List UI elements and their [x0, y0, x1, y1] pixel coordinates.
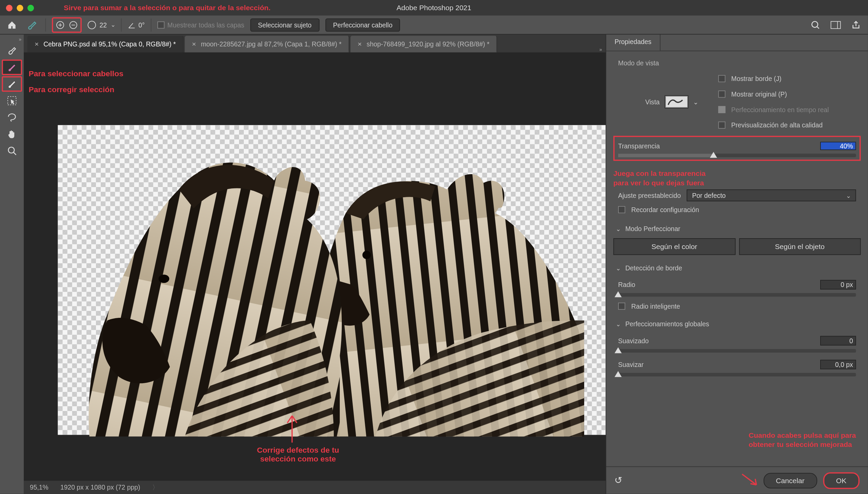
- slider-thumb-icon[interactable]: [614, 291, 622, 298]
- annotation-fix-tool: Para corregir selección: [29, 85, 114, 94]
- refine-hair-brush-tool[interactable]: [2, 60, 22, 75]
- angle-value: 0°: [138, 21, 145, 28]
- add-to-selection-button[interactable]: [54, 19, 67, 31]
- options-bar: 22 ⌄ 0° Muestrear todas las capas Selecc…: [0, 16, 868, 35]
- annotation-hair-tool: Para seleccionar cabellos: [29, 69, 123, 78]
- home-icon[interactable]: [5, 18, 19, 32]
- chevron-down-icon[interactable]: ⌄: [693, 98, 700, 106]
- select-subject-button[interactable]: Seleccionar sujeto: [250, 18, 319, 32]
- brush-size-control[interactable]: 22 ⌄: [88, 21, 115, 29]
- properties-tab[interactable]: Propiedades: [606, 35, 661, 51]
- slider-thumb-icon[interactable]: [614, 347, 622, 354]
- lasso-tool[interactable]: [2, 110, 22, 125]
- close-tab-icon[interactable]: ×: [192, 40, 196, 49]
- annotation-ok: Cuando acabes pulsa aquí para obtener tu…: [749, 431, 856, 450]
- tab-label: Cebra PNG.psd al 95,1% (Capa 0, RGB/8#) …: [43, 41, 176, 48]
- cancel-button[interactable]: Cancelar: [763, 473, 817, 488]
- sample-all-layers-label: Muestrear todas las capas: [167, 21, 244, 28]
- chevron-down-icon: ⌄: [111, 21, 115, 28]
- checkbox-icon: [157, 21, 164, 28]
- chevron-down-icon: ⌄: [616, 225, 621, 232]
- global-refinements-section[interactable]: ⌄ Perfeccionamientos globales: [613, 317, 861, 331]
- radius-value[interactable]: 0 px: [820, 280, 856, 289]
- workspace-icon[interactable]: [829, 18, 843, 32]
- brush-tool-icon[interactable]: [25, 18, 39, 32]
- minimize-window-icon[interactable]: [17, 4, 23, 11]
- annotation-top: Sirve para sumar a la selección o para q…: [64, 4, 271, 12]
- feather-label: Suavizar: [618, 361, 644, 368]
- smooth-value[interactable]: 0: [820, 336, 856, 346]
- sample-all-layers-checkbox[interactable]: Muestrear todas las capas: [157, 21, 244, 28]
- zoom-level[interactable]: 95,1%: [30, 483, 49, 491]
- hand-tool[interactable]: [2, 126, 22, 142]
- brush-preview-icon: [88, 21, 96, 29]
- document-tab[interactable]: × shop-768499_1920.jpg al 92% (RGB/8#) *: [351, 36, 497, 52]
- refine-hair-button[interactable]: Perfeccionar cabello: [325, 18, 400, 32]
- panel-content: Modo de vista Vista ⌄ Mostrar borde (J) …: [606, 51, 868, 466]
- separator: [121, 18, 122, 32]
- slider-thumb-icon[interactable]: [710, 152, 717, 158]
- window-controls: [6, 4, 34, 11]
- refine-mode-section[interactable]: ⌄ Modo Perfeccionar: [613, 222, 861, 236]
- chevron-down-icon: ⌄: [616, 321, 621, 327]
- app-title: Adobe Photoshop 2021: [397, 4, 472, 12]
- radius-label: Radio: [618, 281, 635, 288]
- transparency-slider[interactable]: [618, 154, 856, 157]
- object-select-tool[interactable]: [2, 93, 22, 109]
- hq-preview-checkbox[interactable]: Previsualización de alta calidad: [718, 122, 829, 129]
- subtract-from-selection-button[interactable]: [67, 19, 80, 31]
- refine-by-object-button[interactable]: Según el objeto: [739, 238, 861, 255]
- quick-select-tool[interactable]: [2, 43, 22, 59]
- document-area: × Cebra PNG.psd al 95,1% (Capa 0, RGB/8#…: [24, 35, 606, 494]
- svg-point-5: [8, 147, 15, 153]
- document-tab[interactable]: × Cebra PNG.psd al 95,1% (Capa 0, RGB/8#…: [27, 36, 184, 52]
- share-icon[interactable]: [849, 18, 863, 32]
- collapse-handle-icon[interactable]: »: [0, 37, 24, 42]
- edge-detection-section[interactable]: ⌄ Detección de borde: [613, 261, 861, 275]
- svg-point-12: [363, 251, 371, 259]
- smooth-slider[interactable]: [618, 349, 856, 353]
- feather-value[interactable]: 0,0 px: [820, 360, 856, 369]
- document-tabs: × Cebra PNG.psd al 95,1% (Capa 0, RGB/8#…: [24, 35, 606, 53]
- close-window-icon[interactable]: [6, 4, 13, 11]
- angle-control[interactable]: 0°: [128, 21, 145, 29]
- tab-label: moon-2285627.jpg al 87,2% (Capa 1, RGB/8…: [201, 41, 341, 48]
- annotation-defect-l2: selección como este: [238, 454, 358, 463]
- status-menu-icon[interactable]: 〉: [152, 483, 159, 492]
- view-thumbnail[interactable]: [665, 95, 688, 109]
- separator: [150, 18, 151, 32]
- refine-edge-brush-tool[interactable]: [2, 76, 22, 92]
- remember-settings-checkbox[interactable]: Recordar configuración: [613, 205, 861, 214]
- show-edge-checkbox[interactable]: Mostrar borde (J): [718, 75, 829, 82]
- annotation-defect-l1: Corrige defectos de tu: [238, 445, 358, 454]
- refine-mode-label: Modo Perfeccionar: [625, 225, 680, 232]
- reset-icon[interactable]: ↺: [614, 475, 622, 486]
- fullscreen-window-icon[interactable]: [27, 4, 34, 11]
- document-tab[interactable]: × moon-2285627.jpg al 87,2% (Capa 1, RGB…: [185, 36, 349, 52]
- close-tab-icon[interactable]: ×: [358, 40, 362, 49]
- search-icon[interactable]: [808, 18, 823, 32]
- show-original-checkbox[interactable]: Mostrar original (P): [718, 91, 829, 98]
- annotation-arrow-icon: [739, 471, 760, 489]
- panel-tabs: Propiedades: [606, 35, 868, 51]
- tabs-overflow-icon[interactable]: »: [599, 47, 606, 53]
- smooth-label: Suavizado: [618, 337, 649, 344]
- preset-select[interactable]: Por defecto ⌄: [687, 189, 856, 201]
- ok-button[interactable]: OK: [823, 472, 860, 489]
- canvas-area[interactable]: Para seleccionar cabellos Para corregir …: [24, 53, 606, 481]
- global-refinements-label: Perfeccionamientos globales: [625, 321, 709, 328]
- annotation-defect: Corrige defectos de tu selección como es…: [238, 445, 358, 463]
- status-bar: 95,1% 1920 px x 1080 px (72 ppp) 〉: [24, 481, 606, 494]
- transparency-value[interactable]: 40%: [820, 141, 856, 150]
- slider-thumb-icon[interactable]: [614, 371, 622, 377]
- annotation-transparency: Juega con la transparencia para ver lo q…: [613, 169, 706, 188]
- refine-by-color-button[interactable]: Según el color: [613, 238, 735, 255]
- feather-slider[interactable]: [618, 373, 856, 377]
- close-tab-icon[interactable]: ×: [35, 40, 39, 49]
- zoom-tool[interactable]: [2, 143, 22, 158]
- add-subtract-selection-group: [52, 17, 82, 33]
- radius-slider[interactable]: [618, 293, 856, 297]
- vista-label: Vista: [645, 98, 660, 106]
- smart-radius-checkbox[interactable]: Radio inteligente: [618, 299, 856, 310]
- svg-point-13: [159, 274, 169, 283]
